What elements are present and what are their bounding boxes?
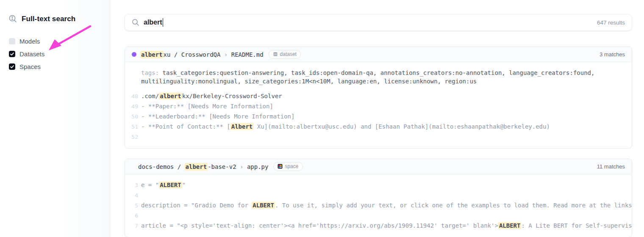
models-checkbox[interactable] [9,38,15,44]
code-line: 3e = "ALBERT" [131,180,632,190]
code-line: 5description = "Gradio Demo for ALBERT. … [131,200,632,210]
spaces-checkbox[interactable] [9,63,15,70]
line-number: 3 [131,182,138,188]
space-badge: space [273,162,303,171]
result-body: tags: task_categories:question-answering… [125,62,632,148]
line-number: 52 [131,134,138,140]
line-number: 49 [131,103,138,110]
space-icon [278,164,283,169]
code-line: 48.com/albertkx/Berkeley-Crossword-Solve… [131,91,632,101]
line-content: - **Point of Contact:** [Albert Xu](mail… [141,123,632,130]
code-line: 4 [131,190,632,200]
filter-label-datasets: Datasets [19,50,44,58]
code-line: 52 [131,132,632,142]
code-line: 6 [131,210,632,220]
filter-item-datasets[interactable]: Datasets [9,50,110,57]
line-content: .com/albertkx/Berkeley-Crossword-Solver [141,93,632,99]
sidebar-title: Full-text search [8,14,110,23]
line-number: 4 [131,192,138,198]
line-content: - **Leaderboard:** [Needs More Informati… [141,113,632,120]
search-query-text: albert [144,19,162,26]
result-card-space: docs-demos / albert-base-v2 › app.py spa… [125,159,632,237]
code-line: 49- **Paper:** [Needs More Information] [131,101,632,111]
match-count: 11 matches [597,163,625,170]
line-content: article = "<p style='text-align: center'… [141,222,632,229]
repo-dot-icon [132,52,136,57]
filter-label-models: Models [19,38,40,45]
main-content: albert 647 results albertxu / CrosswordQ… [110,0,644,237]
page-title: Full-text search [22,15,75,23]
app-root: Full-text search Models Datasets Spaces [0,0,644,237]
filter-item-spaces[interactable]: Spaces [9,63,110,70]
code-block: 3e = "ALBERT"45description = "Gradio Dem… [131,180,632,231]
repo-path-link[interactable]: albertxu / CrosswordQA › README.md [140,51,264,58]
result-header[interactable]: albertxu / CrosswordQA › README.md datas… [125,47,632,62]
line-content: e = "ALBERT" [141,182,632,188]
line-number: 6 [131,212,138,219]
line-number: 48 [131,93,138,99]
line-number: 51 [131,124,138,130]
check-icon [10,64,14,69]
text-caret [163,18,164,27]
filter-label-spaces: Spaces [19,63,41,70]
filter-item-models[interactable]: Models [9,38,110,44]
search-icon [132,19,139,26]
line-number: 5 [131,202,138,209]
code-block: 48.com/albertkx/Berkeley-Crossword-Solve… [131,91,632,142]
dataset-icon [273,52,278,57]
dataset-badge: dataset [269,50,301,59]
tags-line: tags: task_categories:question-answering… [141,69,603,85]
line-content: - **Paper:** [Needs More Information] [141,103,632,110]
match-count: 3 matches [600,51,625,58]
line-content: description = "Gradio Demo for ALBERT. T… [141,202,632,209]
line-number: 50 [131,113,138,120]
results-count: 647 results [597,19,625,26]
result-header[interactable]: docs-demos / albert-base-v2 › app.py spa… [125,159,632,174]
fulltext-search-icon [8,14,17,23]
badge-label: space [285,163,298,169]
check-icon [10,52,14,56]
result-body: 3e = "ALBERT"45description = "Gradio Dem… [125,174,632,237]
code-line: 51- **Point of Contact:** [Albert Xu](ma… [131,121,632,132]
filter-list: Models Datasets Spaces [9,38,110,70]
line-number: 7 [131,223,138,229]
badge-label: dataset [280,51,297,57]
result-card-dataset: albertxu / CrosswordQA › README.md datas… [125,47,632,149]
datasets-checkbox[interactable] [9,51,15,57]
search-input[interactable]: albert 647 results [125,14,632,31]
code-line: 50- **Leaderboard:** [Needs More Informa… [131,111,632,121]
repo-path-link[interactable]: docs-demos / albert-base-v2 › app.py [138,163,268,170]
code-line: 7article = "<p style='text-align: center… [131,220,632,231]
sidebar: Full-text search Models Datasets Spaces [0,0,110,237]
